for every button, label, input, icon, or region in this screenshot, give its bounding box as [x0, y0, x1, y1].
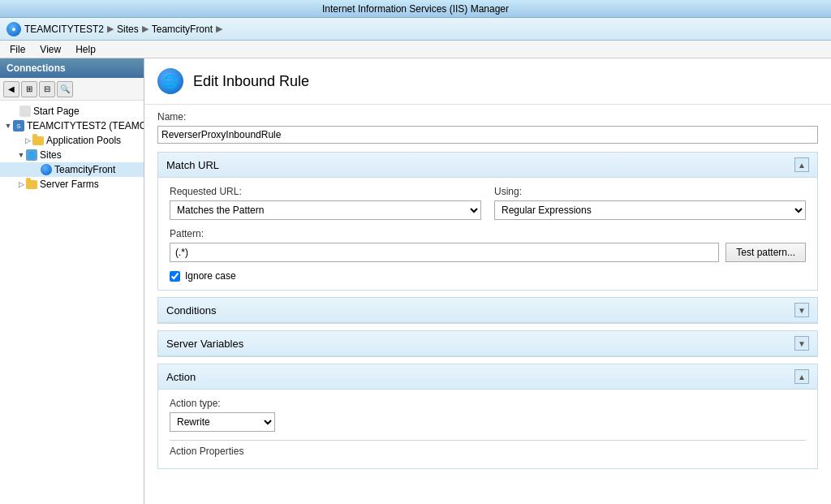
title-bar: Internet Information Services (IIS) Mana…: [0, 0, 831, 18]
server-variables-panel: Server Variables ▼: [157, 330, 818, 357]
server-variables-title: Server Variables: [166, 338, 243, 350]
sidebar-item-teamcityfront[interactable]: TeamcityFront: [0, 162, 144, 177]
ignore-case-label: Ignore case: [185, 270, 236, 282]
action-body: Action type: Rewrite Redirect Custom Res…: [158, 390, 817, 468]
server-variables-toggle[interactable]: ▼: [794, 336, 809, 351]
match-url-body: Requested URL: Matches the Pattern Does …: [158, 178, 817, 290]
startpage-label: Start Page: [33, 106, 80, 117]
expand-icon-teamcityfront: [31, 165, 41, 174]
expand-icon-server: ▼: [3, 121, 13, 131]
match-url-panel: Match URL ▲ Requested URL: Matches the P…: [157, 152, 818, 291]
breadcrumb-sep1: ▶: [107, 24, 114, 34]
menu-view[interactable]: View: [33, 42, 67, 57]
content-area: 🌐 Edit Inbound Rule Name: Match URL ▲ Re…: [144, 58, 831, 504]
sidebar: Connections ◀ ⊞ ⊟ 🔍 Start Page ▼ S TEAMC…: [0, 58, 144, 504]
page-title: Edit Inbound Rule: [193, 73, 309, 90]
menu-file[interactable]: File: [3, 42, 32, 57]
breadcrumb-part2: Sites: [117, 24, 139, 35]
conditions-toggle[interactable]: ▼: [794, 303, 809, 317]
sidebar-item-serverfarms[interactable]: ▷ Server Farms: [0, 177, 144, 192]
requested-url-label: Requested URL:: [170, 186, 481, 197]
name-field-group: Name:: [157, 111, 818, 144]
name-input[interactable]: [157, 126, 818, 144]
using-label: Using:: [494, 186, 806, 197]
conditions-header[interactable]: Conditions ▼: [158, 298, 817, 323]
globe-icon-teamcityfront: [41, 164, 52, 175]
action-type-label: Action type:: [170, 398, 806, 409]
sites-label: Sites: [40, 149, 62, 161]
sidebar-item-sites[interactable]: ▼ 🌐 Sites: [0, 148, 144, 162]
sidebar-header: Connections: [0, 58, 144, 78]
ignore-case-checkbox[interactable]: [170, 271, 180, 282]
pattern-input[interactable]: [170, 243, 719, 262]
breadcrumb-sep3: ▶: [216, 24, 222, 34]
test-pattern-button[interactable]: Test pattern...: [726, 243, 806, 262]
toolbar-btn-3[interactable]: ⊟: [39, 81, 55, 97]
expand-icon-apppools: ▷: [23, 136, 32, 145]
breadcrumb-part3: TeamcityFront: [152, 24, 213, 35]
folder-icon-serverfarms: [26, 180, 37, 189]
action-title: Action: [166, 371, 196, 383]
action-header[interactable]: Action ▲: [158, 364, 817, 390]
teamcityfront-label: TeamcityFront: [54, 164, 115, 175]
expand-icon-serverfarms: ▷: [16, 179, 26, 189]
nav-globe-icon: ●: [6, 22, 21, 37]
breadcrumb-sep2: ▶: [142, 24, 149, 34]
sidebar-item-startpage[interactable]: Start Page: [0, 104, 144, 118]
expand-icon-sites: ▼: [16, 150, 26, 160]
expand-icon-startpage: [10, 106, 19, 116]
page-header: 🌐 Edit Inbound Rule: [144, 58, 831, 105]
apppools-label: Application Pools: [46, 135, 121, 146]
server-icon: S: [13, 120, 24, 131]
sidebar-item-apppools[interactable]: ▷ Application Pools: [0, 133, 144, 148]
toolbar-btn-1[interactable]: ◀: [3, 81, 19, 97]
action-select-row: Rewrite Redirect Custom Response AbortRe…: [170, 412, 806, 432]
main-layout: Connections ◀ ⊞ ⊟ 🔍 Start Page ▼ S TEAMC…: [0, 58, 831, 504]
sidebar-tree: Start Page ▼ S TEAMCITYTEST2 (TEAMCITY ▷…: [0, 101, 144, 195]
match-url-title: Match URL: [166, 159, 219, 171]
server-label: TEAMCITYTEST2 (TEAMCITY: [27, 120, 144, 131]
breadcrumb-part1: TEAMCITYTEST2: [24, 24, 104, 35]
serverfarms-label: Server Farms: [40, 179, 99, 190]
action-panel: Action ▲ Action type: Rewrite Redirect C…: [157, 364, 818, 469]
action-type-select[interactable]: Rewrite Redirect Custom Response AbortRe…: [170, 412, 275, 432]
menu-help[interactable]: Help: [69, 42, 102, 57]
action-type-group: Action type: Rewrite Redirect Custom Res…: [170, 398, 806, 432]
match-url-header[interactable]: Match URL ▲: [158, 153, 817, 178]
name-label: Name:: [157, 111, 818, 123]
form-body: Name: Match URL ▲ Requested URL: Matches…: [144, 105, 831, 482]
sidebar-toolbar: ◀ ⊞ ⊟ 🔍: [0, 78, 144, 101]
using-col: Using: Regular Expressions Wildcards Exa…: [494, 186, 806, 220]
toolbar-btn-2[interactable]: ⊞: [21, 81, 37, 97]
menu-bar: File View Help: [0, 41, 831, 58]
requested-url-row: Requested URL: Matches the Pattern Does …: [170, 186, 806, 220]
action-toggle[interactable]: ▲: [794, 369, 809, 384]
requested-url-col: Requested URL: Matches the Pattern Does …: [170, 186, 481, 220]
conditions-panel: Conditions ▼: [157, 297, 818, 324]
using-select[interactable]: Regular Expressions Wildcards Exact Matc…: [494, 200, 806, 220]
requested-url-select[interactable]: Matches the Pattern Does Not Match the P…: [170, 200, 481, 220]
title-bar-text: Internet Information Services (IIS) Mana…: [322, 3, 509, 15]
sites-icon: 🌐: [26, 149, 37, 161]
toolbar-btn-4[interactable]: 🔍: [57, 81, 73, 97]
action-properties-group: Action Properties: [170, 440, 806, 457]
match-url-toggle[interactable]: ▲: [794, 157, 809, 172]
pattern-label: Pattern:: [170, 228, 806, 239]
sidebar-item-teamcitytest2[interactable]: ▼ S TEAMCITYTEST2 (TEAMCITY: [0, 118, 144, 133]
address-bar: ● TEAMCITYTEST2 ▶ Sites ▶ TeamcityFront …: [0, 18, 831, 41]
folder-icon-apppools: [32, 136, 44, 145]
server-variables-header[interactable]: Server Variables ▼: [158, 331, 817, 356]
pattern-row: Test pattern...: [170, 243, 806, 262]
pattern-group: Pattern: Test pattern...: [170, 228, 806, 262]
action-properties-label: Action Properties: [170, 446, 806, 457]
page-header-icon: 🌐: [157, 68, 183, 94]
ignore-case-row: Ignore case: [170, 270, 806, 282]
conditions-title: Conditions: [166, 304, 216, 317]
